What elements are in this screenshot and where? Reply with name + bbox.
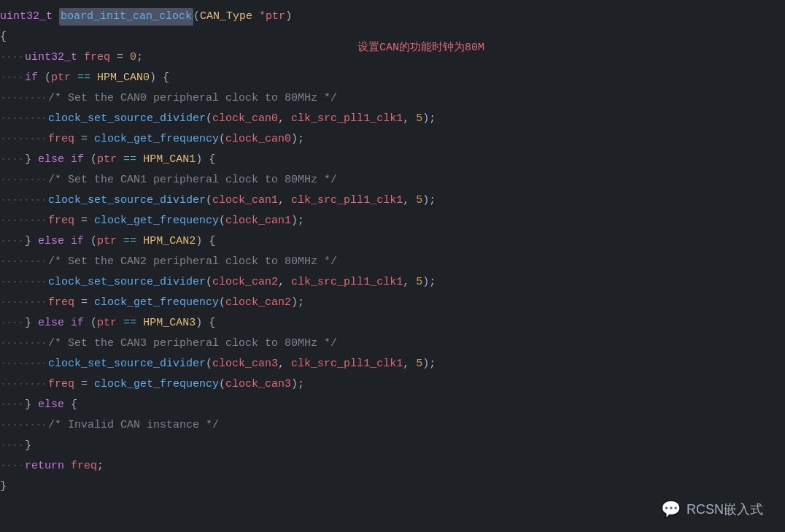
line-4: ···· if ( ptr == HPM_CAN0 ) {	[0, 69, 785, 89]
line-13: ········ /* Set the CAN2 peripheral cloc…	[0, 252, 785, 273]
line-14: ········ clock_set_source_divider ( cloc…	[0, 273, 785, 293]
watermark-text: RCSN嵌入式	[687, 501, 763, 518]
line-7: ········ freq = clock_get_frequency ( cl…	[0, 130, 785, 150]
line-11: ········ freq = clock_get_frequency ( cl…	[0, 212, 785, 232]
line-19: ········ freq = clock_get_frequency ( cl…	[0, 375, 785, 396]
line-23: ···· return freq ;	[0, 457, 785, 477]
line-15: ········ freq = clock_get_frequency ( cl…	[0, 293, 785, 314]
line-22: ···· }	[0, 436, 785, 457]
watermark: 💬 RCSN嵌入式	[661, 500, 763, 519]
function-name: board_init_can_clock	[59, 8, 193, 26]
line-24: }	[0, 477, 785, 498]
code-container: uint32_t board_init_can_clock ( CAN_Type…	[0, 0, 785, 532]
line-8: ···· } else if ( ptr == HPM_CAN1 ) {	[0, 150, 785, 171]
annotation-text: 设置CAN的功能时钟为80M	[357, 40, 484, 54]
line-1: uint32_t board_init_can_clock ( CAN_Type…	[0, 7, 785, 28]
line-5: ········ /* Set the CAN0 peripheral cloc…	[0, 89, 785, 109]
line-6: ········ clock_set_source_divider ( cloc…	[0, 109, 785, 130]
line-16: ···· } else if ( ptr == HPM_CAN3 ) {	[0, 314, 785, 334]
line-17: ········ /* Set the CAN3 peripheral cloc…	[0, 334, 785, 355]
line-10: ········ clock_set_source_divider ( cloc…	[0, 191, 785, 212]
line-12: ···· } else if ( ptr == HPM_CAN2 ) {	[0, 232, 785, 252]
line-18: ········ clock_set_source_divider ( cloc…	[0, 355, 785, 375]
wechat-icon: 💬	[661, 500, 681, 519]
line-21: ········ /* Invalid CAN instance */	[0, 416, 785, 436]
line-20: ···· } else {	[0, 396, 785, 416]
type-uint32_t: uint32_t	[0, 8, 53, 26]
line-9: ········ /* Set the CAN1 peripheral cloc…	[0, 171, 785, 191]
